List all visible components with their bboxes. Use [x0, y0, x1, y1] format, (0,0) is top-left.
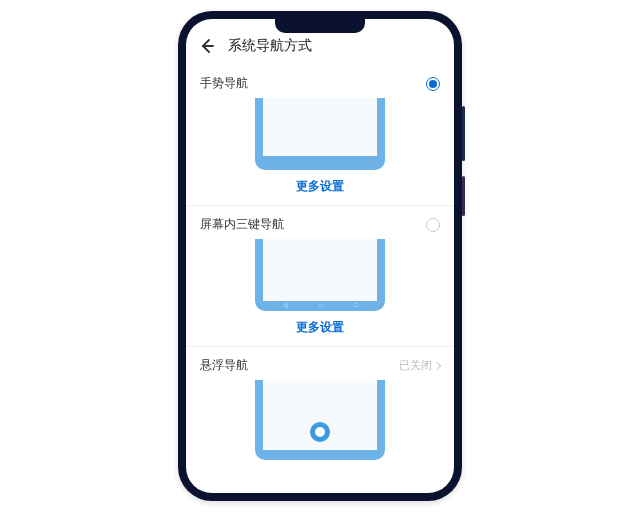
option-label: 手势导航	[200, 75, 248, 92]
screen: 系统导航方式 手势导航 更多设置 屏幕内三键导航	[186, 19, 454, 493]
preview-threekey: ◁○□	[255, 239, 385, 311]
chevron-right-icon	[433, 361, 441, 369]
floating-dot-icon	[310, 422, 330, 442]
radio-gesture[interactable]	[426, 77, 440, 91]
option-gesture[interactable]: 手势导航 更多设置	[186, 65, 454, 205]
content: 手势导航 更多设置 屏幕内三键导航 ◁○□	[186, 65, 454, 493]
volume-button	[462, 106, 465, 161]
option-threekey[interactable]: 屏幕内三键导航 ◁○□ 更多设置	[186, 205, 454, 346]
preview-floating	[255, 380, 385, 460]
notch	[275, 19, 365, 33]
page-title: 系统导航方式	[228, 37, 312, 55]
power-button	[462, 176, 465, 216]
phone-frame: 系统导航方式 手势导航 更多设置 屏幕内三键导航	[178, 11, 462, 501]
option-floating[interactable]: 悬浮导航 已关闭	[186, 346, 454, 472]
more-settings-gesture[interactable]: 更多设置	[200, 174, 440, 197]
more-settings-threekey[interactable]: 更多设置	[200, 315, 440, 338]
radio-threekey[interactable]	[426, 218, 440, 232]
preview-gesture	[255, 98, 385, 170]
option-label: 悬浮导航	[200, 357, 248, 374]
option-label: 屏幕内三键导航	[200, 216, 284, 233]
back-icon[interactable]	[198, 37, 216, 55]
status-value: 已关闭	[399, 358, 432, 373]
status-text: 已关闭	[399, 358, 440, 373]
nav-keys-icon: ◁○□	[267, 301, 373, 309]
